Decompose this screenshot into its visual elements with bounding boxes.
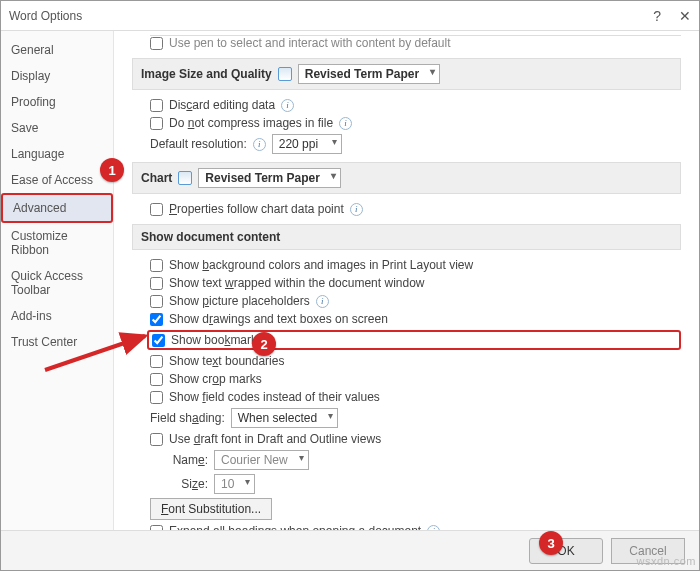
- watermark: wsxdn.com: [636, 555, 696, 567]
- document-icon: [278, 67, 292, 81]
- chart-target-dropdown[interactable]: Revised Term Paper: [198, 168, 341, 188]
- sidebar-item-customize-ribbon[interactable]: Customize Ribbon: [1, 223, 113, 263]
- info-icon[interactable]: i: [339, 117, 352, 130]
- group-title: Image Size and Quality: [141, 67, 272, 81]
- font-substitution-button[interactable]: Font Substitution...: [150, 498, 272, 520]
- label-show-bookmarks: Show bookmarks: [171, 333, 263, 347]
- annotation-arrow-icon: [40, 300, 160, 380]
- label-font-name: Name:: [168, 453, 208, 467]
- group-show-document-content: Show document content: [132, 224, 681, 250]
- sidebar-item-general[interactable]: General: [1, 37, 113, 63]
- titlebar: Word Options ? ✕: [1, 1, 699, 31]
- label-properties-follow: Properties follow chart data point: [169, 202, 344, 216]
- image-quality-target-dropdown[interactable]: Revised Term Paper: [298, 64, 441, 84]
- checkbox-do-not-compress[interactable]: [150, 117, 163, 130]
- callout-2: 2: [252, 332, 276, 356]
- group-chart: Chart Revised Term Paper: [132, 162, 681, 194]
- group-title: Chart: [141, 171, 172, 185]
- svg-line-0: [45, 336, 145, 370]
- label-discard-editing-data: Discard editing data: [169, 98, 275, 112]
- label-field-shading: Field shading:: [150, 411, 225, 425]
- label-bg-colors: Show background colors and images in Pri…: [169, 258, 473, 272]
- label-field-codes: Show field codes instead of their values: [169, 390, 380, 404]
- info-icon[interactable]: i: [253, 138, 266, 151]
- label-pen-select: Use pen to select and interact with cont…: [169, 36, 451, 50]
- info-icon[interactable]: i: [316, 295, 329, 308]
- label-do-not-compress: Do not compress images in file: [169, 116, 333, 130]
- sidebar-item-proofing[interactable]: Proofing: [1, 89, 113, 115]
- checkbox-draft-font[interactable]: [150, 433, 163, 446]
- sidebar-item-language[interactable]: Language: [1, 141, 113, 167]
- label-draft-font: Use draft font in Draft and Outline view…: [169, 432, 381, 446]
- sidebar: General Display Proofing Save Language E…: [1, 31, 114, 530]
- checkbox-field-codes[interactable]: [150, 391, 163, 404]
- label-font-size: Size:: [168, 477, 208, 491]
- sidebar-item-display[interactable]: Display: [1, 63, 113, 89]
- label-default-resolution: Default resolution:: [150, 137, 247, 151]
- label-crop-marks: Show crop marks: [169, 372, 262, 386]
- label-drawings: Show drawings and text boxes on screen: [169, 312, 388, 326]
- label-pic-placeholders: Show picture placeholders: [169, 294, 310, 308]
- default-resolution-dropdown[interactable]: 220 ppi: [272, 134, 342, 154]
- field-shading-dropdown[interactable]: When selected: [231, 408, 338, 428]
- sidebar-item-save[interactable]: Save: [1, 115, 113, 141]
- sidebar-item-quick-access-toolbar[interactable]: Quick Access Toolbar: [1, 263, 113, 303]
- checkbox-text-wrapped[interactable]: [150, 277, 163, 290]
- checkbox-pen-select[interactable]: [150, 37, 163, 50]
- checkbox-bg-colors[interactable]: [150, 259, 163, 272]
- callout-3: 3: [539, 531, 563, 555]
- checkbox-properties-follow[interactable]: [150, 203, 163, 216]
- label-text-boundaries: Show text boundaries: [169, 354, 284, 368]
- document-icon: [178, 171, 192, 185]
- info-icon[interactable]: i: [281, 99, 294, 112]
- group-title: Show document content: [141, 230, 280, 244]
- checkbox-discard-editing-data[interactable]: [150, 99, 163, 112]
- window-title: Word Options: [9, 9, 653, 23]
- callout-1: 1: [100, 158, 124, 182]
- content-panel: Use pen to select and interact with cont…: [114, 31, 699, 530]
- group-image-size-quality: Image Size and Quality Revised Term Pape…: [132, 58, 681, 90]
- label-text-wrapped: Show text wrapped within the document wi…: [169, 276, 424, 290]
- close-button[interactable]: ✕: [679, 8, 691, 24]
- help-button[interactable]: ?: [653, 8, 661, 24]
- sidebar-item-ease-of-access[interactable]: Ease of Access: [1, 167, 113, 193]
- footer: OK Cancel: [1, 530, 699, 570]
- font-name-dropdown[interactable]: Courier New: [214, 450, 309, 470]
- info-icon[interactable]: i: [350, 203, 363, 216]
- sidebar-item-advanced[interactable]: Advanced: [1, 193, 113, 223]
- font-size-dropdown[interactable]: 10: [214, 474, 255, 494]
